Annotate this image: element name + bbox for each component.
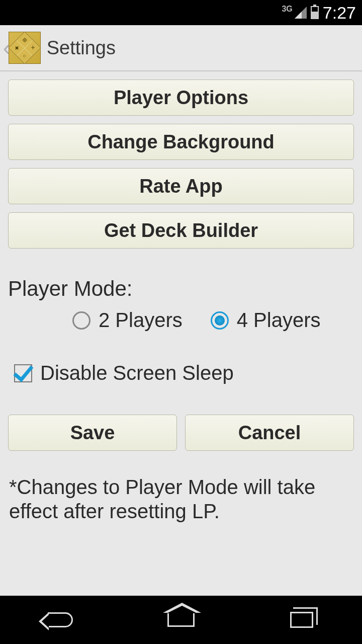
change-background-button[interactable]: Change Background	[8, 124, 354, 160]
battery-icon	[311, 6, 319, 19]
save-button[interactable]: Save	[8, 415, 177, 451]
app-content: ‹ ⊞✕✚○ Settings Player Options Change Ba…	[0, 25, 362, 596]
app-icon[interactable]: ⊞✕✚○	[9, 32, 41, 64]
radio-label: 4 Players	[237, 309, 321, 332]
radio-label: 2 Players	[99, 309, 183, 332]
nav-home-button[interactable]	[151, 605, 211, 635]
checkbox-label: Disable Screen Sleep	[40, 362, 234, 384]
checkbox-icon	[14, 364, 32, 382]
main-area: Player Options Change Background Rate Ap…	[0, 71, 362, 523]
clock: 7:27	[323, 3, 356, 23]
radio-2-players[interactable]: 2 Players	[72, 309, 183, 332]
signal-icon	[295, 7, 307, 19]
disable-screen-sleep-checkbox[interactable]: Disable Screen Sleep	[8, 362, 354, 384]
network-indicator: 3G	[282, 5, 292, 14]
radio-icon	[72, 311, 90, 330]
navigation-bar	[0, 596, 362, 644]
radio-4-players[interactable]: 4 Players	[211, 309, 321, 332]
cancel-button[interactable]: Cancel	[185, 415, 354, 451]
recent-apps-icon	[290, 612, 313, 628]
player-mode-radio-group: 2 Players 4 Players	[8, 309, 354, 332]
player-mode-label: Player Mode:	[8, 277, 354, 301]
get-deck-builder-button[interactable]: Get Deck Builder	[8, 212, 354, 249]
back-icon	[48, 612, 73, 627]
page-title: Settings	[47, 37, 116, 59]
action-buttons-row: Save Cancel	[8, 415, 354, 451]
nav-recent-button[interactable]	[272, 605, 332, 635]
player-options-button[interactable]: Player Options	[8, 79, 354, 116]
nav-back-button[interactable]	[30, 605, 90, 635]
home-icon	[167, 613, 195, 627]
footer-note: *Changes to Player Mode will take effect…	[8, 475, 354, 523]
rate-app-button[interactable]: Rate App	[8, 168, 354, 204]
action-bar: ‹ ⊞✕✚○ Settings	[0, 25, 362, 71]
status-bar: 3G 7:27	[0, 0, 362, 25]
radio-icon	[211, 311, 229, 330]
